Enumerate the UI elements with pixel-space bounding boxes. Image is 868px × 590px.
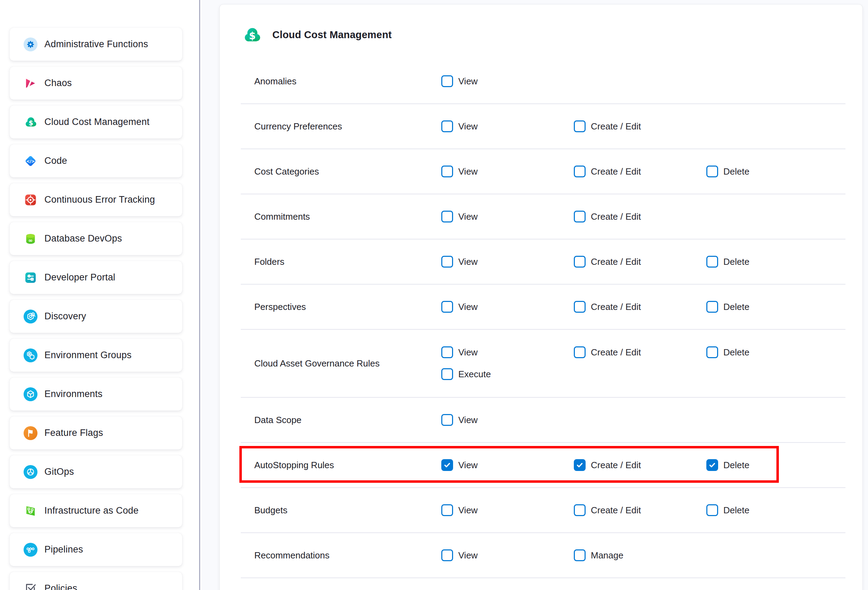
checkbox-data-scope-view[interactable]: View [441, 414, 574, 426]
checkbox-cloud-asset-governance-rules-create-edit[interactable]: Create / Edit [574, 346, 706, 358]
checkbox-budgets-view[interactable]: View [441, 504, 574, 516]
create-edit-column: Create / Edit [574, 301, 706, 313]
sidebar-item-continuous-error-tracking[interactable]: Continuous Error Tracking [10, 183, 182, 216]
checkbox-folders-delete[interactable]: Delete [706, 256, 846, 268]
sidebar-item-feature-flags[interactable]: Feature Flags [10, 417, 182, 450]
checkbox[interactable] [574, 256, 586, 268]
permission-label: Cloud Asset Governance Rules [254, 358, 441, 369]
checkbox[interactable] [574, 211, 586, 222]
checkbox-commitments-view[interactable]: View [441, 211, 574, 222]
checkbox-autostopping-rules-create-edit[interactable]: Create / Edit [574, 459, 706, 471]
checkbox[interactable] [441, 256, 453, 268]
sidebar-item-chaos[interactable]: Chaos [10, 67, 182, 100]
checkbox[interactable] [441, 368, 453, 380]
checkbox-perspectives-delete[interactable]: Delete [706, 301, 846, 313]
checkbox[interactable] [574, 459, 586, 471]
checkbox[interactable] [441, 414, 453, 426]
checkbox[interactable] [574, 166, 586, 177]
checkbox[interactable] [441, 120, 453, 132]
sidebar-item-developer-portal[interactable]: Developer Portal [10, 261, 182, 294]
checkbox-cloud-asset-governance-rules-delete[interactable]: Delete [706, 346, 846, 358]
checkbox-label: View [458, 505, 478, 516]
checkbox[interactable] [574, 120, 586, 132]
sidebar-item-pipelines[interactable]: Pipelines [10, 533, 182, 566]
checkbox[interactable] [706, 346, 718, 358]
cloud-dollar-icon [242, 25, 262, 45]
checkbox[interactable] [706, 301, 718, 313]
checkbox[interactable] [441, 549, 453, 561]
view-column: View [441, 120, 574, 132]
sidebar-item-gitops[interactable]: GitOps [10, 455, 182, 488]
permission-row-folders: Folders View Create / Edit Delete [241, 240, 846, 285]
check-icon [708, 461, 716, 469]
create-edit-column: Create / Edit [574, 330, 706, 397]
sidebar-item-label: Chaos [44, 78, 72, 89]
permission-row-recommendations: Recommendations View Manage [241, 533, 846, 578]
checkbox-cost-categories-view[interactable]: View [441, 166, 574, 177]
sidebar-item-environment-groups[interactable]: Environment Groups [10, 339, 182, 372]
checkbox[interactable] [441, 504, 453, 516]
checkbox-currency-preferences-create-edit[interactable]: Create / Edit [574, 120, 706, 132]
checkbox-folders-view[interactable]: View [441, 256, 574, 268]
permission-label: Data Scope [254, 415, 441, 426]
checkbox[interactable] [441, 166, 453, 177]
checkbox[interactable] [574, 504, 586, 516]
target-icon [24, 193, 37, 207]
checkbox-budgets-create-edit[interactable]: Create / Edit [574, 504, 706, 516]
create-edit-column: Create / Edit [574, 459, 706, 471]
sidebar-item-database-devops[interactable]: Database DevOps [10, 222, 182, 255]
checkbox-cost-categories-delete[interactable]: Delete [706, 166, 846, 177]
checkbox-label: Execute [458, 369, 491, 380]
checkbox-perspectives-create-edit[interactable]: Create / Edit [574, 301, 706, 313]
discovery-icon [24, 310, 37, 324]
view-column: View [441, 166, 574, 177]
checkbox-cloud-asset-governance-rules-execute[interactable]: Execute [441, 368, 574, 380]
sidebar-item-label: Infrastructure as Code [44, 505, 139, 516]
checkbox[interactable] [706, 459, 718, 471]
checkbox[interactable] [574, 301, 586, 313]
checkbox[interactable] [441, 346, 453, 358]
checkbox-label: View [458, 76, 478, 87]
checkbox-commitments-create-edit[interactable]: Create / Edit [574, 211, 706, 222]
cloud-dollar-icon [24, 115, 37, 129]
sidebar-item-environments[interactable]: Environments [10, 378, 182, 411]
checkbox-anomalies-view[interactable]: View [441, 75, 574, 87]
checkbox[interactable] [574, 549, 586, 561]
code-icon [24, 154, 37, 168]
checkbox-cost-categories-create-edit[interactable]: Create / Edit [574, 166, 706, 177]
checkbox[interactable] [441, 301, 453, 313]
create-edit-column: Create / Edit [574, 166, 706, 177]
sidebar-item-administrative-functions[interactable]: Administrative Functions [10, 28, 182, 61]
checkbox-perspectives-view[interactable]: View [441, 301, 574, 313]
view-column: View [441, 256, 574, 268]
sidebar-item-code[interactable]: Code [10, 144, 182, 177]
checkbox-cloud-asset-governance-rules-view[interactable]: View [441, 346, 574, 358]
sidebar-item-policies[interactable]: Policies [10, 572, 182, 590]
checkbox[interactable] [441, 75, 453, 87]
sidebar-item-cloud-cost-management[interactable]: Cloud Cost Management [10, 105, 182, 139]
checkbox[interactable] [441, 211, 453, 222]
checkbox-budgets-delete[interactable]: Delete [706, 504, 846, 516]
permission-row-currency-preferences: Currency Preferences View Create / Edit [241, 104, 846, 149]
sidebar-item-infrastructure-as-code[interactable]: Infrastructure as Code [10, 494, 182, 527]
checkbox-folders-create-edit[interactable]: Create / Edit [574, 256, 706, 268]
sidebar-item-discovery[interactable]: Discovery [10, 300, 182, 333]
main-content: Cloud Cost Management Anomalies View Cur… [201, 0, 868, 590]
gear-icon [24, 37, 37, 51]
sidebar-item-label: Pipelines [44, 544, 83, 555]
checkbox[interactable] [706, 504, 718, 516]
permission-label: Commitments [254, 211, 441, 222]
check-icon [443, 461, 451, 469]
checkbox-recommendations-view[interactable]: View [441, 549, 574, 561]
checkbox-currency-preferences-view[interactable]: View [441, 120, 574, 132]
checkbox[interactable] [706, 166, 718, 177]
sidebar-item-label: Discovery [44, 311, 86, 322]
checkbox-autostopping-rules-delete[interactable]: Delete [706, 459, 846, 471]
sidebar-item-label: Developer Portal [44, 272, 115, 283]
checkbox[interactable] [706, 256, 718, 268]
checkbox-autostopping-rules-view[interactable]: View [441, 459, 574, 471]
delete-column: Delete [706, 301, 846, 313]
checkbox-recommendations-manage[interactable]: Manage [574, 549, 706, 561]
checkbox[interactable] [574, 346, 586, 358]
checkbox[interactable] [441, 459, 453, 471]
